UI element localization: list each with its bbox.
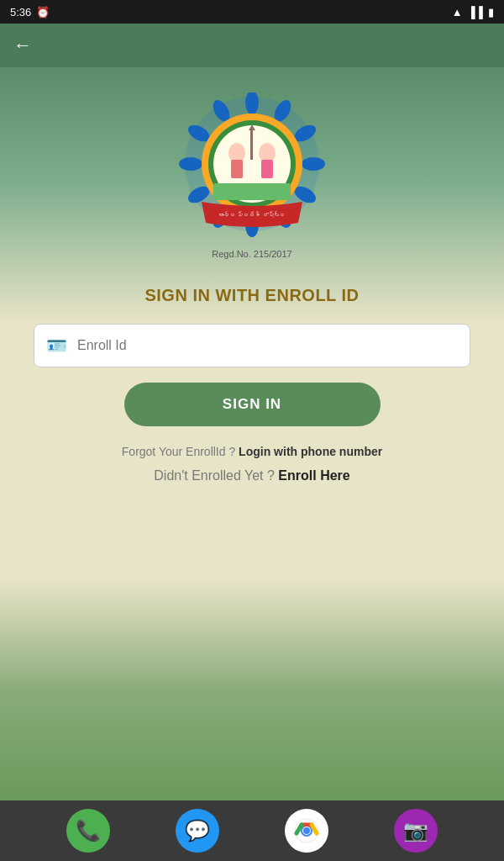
svg-rect-17 (231, 160, 243, 178)
battery-icon: ▮ (488, 6, 494, 18)
nav-bar: 📞 💬 📷 (0, 800, 504, 861)
phone-nav-button[interactable]: 📞 (66, 809, 110, 853)
forgot-prefix: Forgot Your EnrollId ? (122, 445, 235, 458)
status-time: 5:36 (10, 6, 31, 18)
chrome-icon (294, 818, 319, 843)
logo-container: అంధ్ర ప్రదేశ్ రాష్ట్ర Regd.No. 215/2017 (176, 92, 328, 269)
svg-rect-21 (213, 183, 291, 200)
main-content: అంధ్ర ప్రదేశ్ రాష్ట్ర Regd.No. 215/2017 … (0, 67, 504, 800)
enroll-here-text: Didn't Enrolled Yet ? Enroll Here (154, 468, 349, 483)
svg-point-29 (303, 827, 310, 834)
signin-title: SIGN IN WITH ENROLL ID (144, 286, 359, 305)
svg-text:అంధ్ర ప్రదేశ్ రాష్ట్ర: అంధ్ర ప్రదేశ్ రాష్ట్ర (218, 211, 286, 218)
signin-button[interactable]: SIGN IN (124, 383, 381, 426)
forgot-enroll-text: Forgot Your EnrollId ? Login with phone … (122, 445, 382, 458)
signal-icon: ▐▐ (468, 6, 483, 18)
id-card-icon: 🪪 (46, 335, 67, 356)
login-with-phone-link[interactable]: Login with phone number (239, 445, 382, 458)
regd-number: Regd.No. 215/2017 (212, 249, 291, 259)
wifi-icon: ▲ (452, 6, 463, 18)
app-bar: ← (0, 24, 504, 67)
enroll-input-container: 🪪 (34, 324, 470, 367)
enroll-id-input[interactable] (77, 338, 458, 353)
organization-logo: అంధ్ర ప్రదేశ్ రాష్ట్ర (176, 92, 328, 244)
message-icon: 💬 (185, 819, 210, 843)
messages-nav-button[interactable]: 💬 (176, 809, 219, 853)
svg-rect-20 (250, 130, 253, 160)
svg-point-10 (179, 157, 202, 171)
svg-rect-19 (261, 160, 273, 178)
back-button[interactable]: ← (13, 34, 32, 56)
phone-icon: 📞 (76, 819, 101, 843)
camera-icon: 📷 (403, 819, 428, 843)
enroll-prefix: Didn't Enrolled Yet ? (154, 468, 275, 483)
alarm-icon: ⏰ (36, 6, 50, 18)
chrome-nav-button[interactable] (285, 809, 328, 853)
svg-point-4 (302, 157, 325, 171)
enroll-here-link[interactable]: Enroll Here (278, 468, 349, 483)
status-bar: 5:36 ⏰ ▲ ▐▐ ▮ (0, 0, 504, 24)
camera-nav-button[interactable]: 📷 (394, 809, 438, 853)
